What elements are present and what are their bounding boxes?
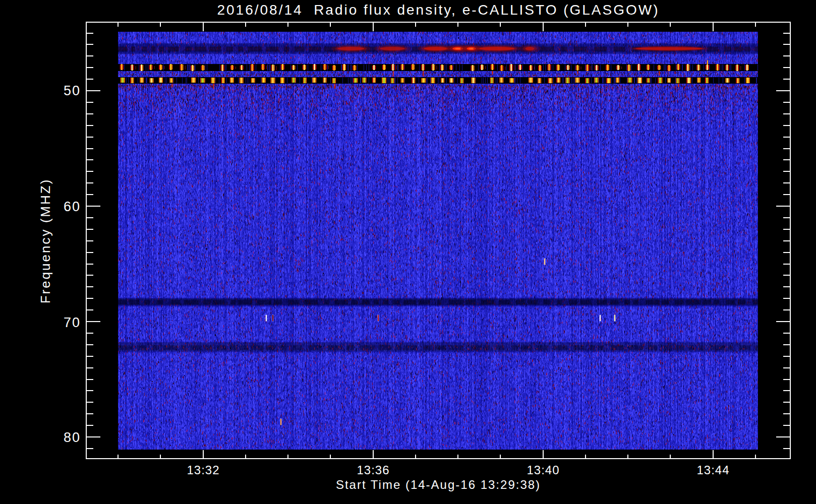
tick-mark (627, 455, 628, 459)
tick-mark (87, 217, 93, 218)
y-axis-title: Frequency (MHZ) (38, 178, 53, 304)
tick-mark (87, 33, 93, 34)
y-tick-label-50: 50 (46, 83, 81, 98)
tick-mark (457, 23, 458, 27)
tick-mark (415, 455, 416, 459)
tick-mark (755, 455, 756, 459)
tick-mark (783, 402, 790, 403)
tick-mark (87, 90, 100, 91)
tick-mark (783, 194, 790, 195)
tick-mark (87, 194, 93, 195)
y-tick-label-80: 80 (46, 430, 81, 445)
tick-mark (287, 455, 288, 459)
tick-mark (87, 333, 93, 334)
tick-mark (87, 402, 93, 403)
tick-mark (670, 455, 671, 459)
tick-mark (783, 79, 790, 80)
tick-mark (783, 33, 790, 34)
tick-mark (783, 275, 790, 276)
tick-mark (670, 23, 671, 27)
tick-mark (87, 240, 93, 241)
x-tick-label-1340: 13:40 (527, 463, 559, 477)
tick-mark (783, 44, 790, 45)
tick-mark (245, 23, 246, 27)
tick-mark (585, 455, 586, 459)
tick-mark (287, 23, 288, 27)
tick-mark (87, 67, 93, 68)
tick-mark (783, 102, 790, 103)
tick-mark (87, 125, 93, 126)
tick-mark (783, 448, 790, 449)
tick-mark (87, 275, 93, 276)
tick-mark (203, 450, 204, 459)
tick-mark (783, 356, 790, 357)
tick-mark (203, 23, 204, 31)
tick-mark (87, 425, 93, 426)
x-axis-title: Start Time (14-Aug-16 13:29:38) (86, 478, 791, 492)
tick-mark (783, 217, 790, 218)
tick-mark (245, 455, 246, 459)
tick-mark (87, 182, 93, 183)
tick-mark (87, 137, 93, 138)
tick-mark (160, 23, 161, 27)
page-title: 2016/08/14 Radio flux density, e-CALLIST… (86, 2, 791, 18)
tick-mark (87, 448, 93, 449)
tick-mark (87, 171, 93, 172)
tick-mark (783, 55, 790, 56)
tick-mark (87, 321, 100, 322)
tick-mark (457, 455, 458, 459)
y-tick-label-70: 70 (46, 315, 81, 330)
tick-mark (776, 206, 790, 207)
tick-mark (783, 137, 790, 138)
tick-mark (585, 23, 586, 27)
tick-mark (87, 379, 93, 380)
tick-mark (330, 23, 331, 27)
tick-mark (160, 455, 161, 459)
tick-mark (783, 171, 790, 172)
tick-mark (713, 23, 714, 31)
tick-mark (783, 344, 790, 345)
tick-mark (783, 240, 790, 241)
tick-mark (783, 367, 790, 368)
tick-mark (776, 90, 790, 91)
tick-mark (713, 450, 714, 459)
tick-mark (783, 67, 790, 68)
tick-mark (776, 321, 790, 322)
tick-mark (87, 159, 93, 160)
x-tick-label-1344: 13:44 (696, 463, 729, 477)
tick-mark (87, 206, 100, 207)
callisto-spectrogram-page: 2016/08/14 Radio flux density, e-CALLIST… (0, 0, 816, 504)
tick-mark (87, 309, 93, 310)
tick-mark (783, 125, 790, 126)
tick-mark (627, 23, 628, 27)
tick-mark (783, 425, 790, 426)
tick-mark (783, 182, 790, 183)
tick-mark (783, 413, 790, 414)
tick-mark (500, 455, 501, 459)
tick-mark (87, 44, 93, 45)
tick-mark (783, 286, 790, 287)
tick-mark (783, 264, 790, 265)
tick-mark (783, 390, 790, 391)
tick-mark (543, 450, 544, 459)
tick-mark (755, 23, 756, 27)
tick-mark (87, 102, 93, 103)
tick-mark (87, 148, 93, 149)
tick-mark (373, 450, 374, 459)
tick-mark (783, 309, 790, 310)
tick-mark (783, 148, 790, 149)
tick-mark (783, 159, 790, 160)
tick-mark (87, 113, 93, 114)
tick-mark (118, 455, 119, 459)
tick-mark (87, 367, 93, 368)
tick-mark (783, 333, 790, 334)
tick-mark (87, 252, 93, 253)
tick-mark (330, 455, 331, 459)
tick-mark (373, 23, 374, 31)
tick-mark (118, 23, 119, 27)
tick-mark (87, 55, 93, 56)
tick-mark (783, 113, 790, 114)
tick-mark (87, 79, 93, 80)
x-tick-label-1336: 13:36 (357, 463, 389, 477)
tick-mark (87, 344, 93, 345)
